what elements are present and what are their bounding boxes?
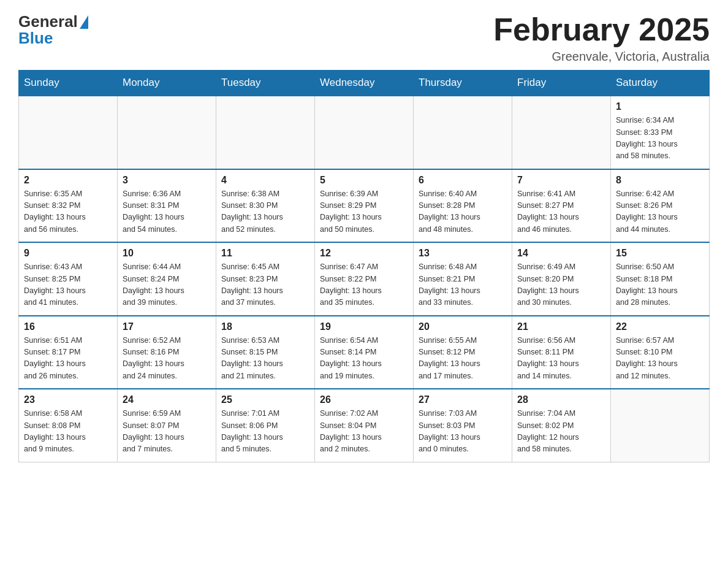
calendar-cell: 3Sunrise: 6:36 AMSunset: 8:31 PMDaylight… xyxy=(118,169,216,243)
day-info: Sunrise: 6:40 AMSunset: 8:28 PMDaylight:… xyxy=(419,188,507,236)
calendar-cell: 24Sunrise: 6:59 AMSunset: 8:07 PMDayligh… xyxy=(118,389,216,462)
day-number: 16 xyxy=(24,321,112,332)
calendar-cell: 28Sunrise: 7:04 AMSunset: 8:02 PMDayligh… xyxy=(512,389,611,462)
day-info: Sunrise: 6:49 AMSunset: 8:20 PMDaylight:… xyxy=(517,261,605,309)
day-number: 26 xyxy=(320,394,408,405)
calendar-cell: 15Sunrise: 6:50 AMSunset: 8:18 PMDayligh… xyxy=(611,242,710,316)
calendar-cell: 18Sunrise: 6:53 AMSunset: 8:15 PMDayligh… xyxy=(216,316,315,389)
day-number: 18 xyxy=(221,321,309,332)
calendar-cell: 20Sunrise: 6:55 AMSunset: 8:12 PMDayligh… xyxy=(414,316,512,389)
day-info: Sunrise: 6:51 AMSunset: 8:17 PMDaylight:… xyxy=(24,335,112,383)
day-number: 6 xyxy=(419,175,507,186)
calendar-cell: 17Sunrise: 6:52 AMSunset: 8:16 PMDayligh… xyxy=(118,316,216,389)
day-info: Sunrise: 6:39 AMSunset: 8:29 PMDaylight:… xyxy=(320,188,408,236)
calendar-week-row: 16Sunrise: 6:51 AMSunset: 8:17 PMDayligh… xyxy=(19,316,710,389)
calendar-cell: 21Sunrise: 6:56 AMSunset: 8:11 PMDayligh… xyxy=(512,316,611,389)
calendar-header-row: SundayMondayTuesdayWednesdayThursdayFrid… xyxy=(19,71,710,96)
calendar-cell: 22Sunrise: 6:57 AMSunset: 8:10 PMDayligh… xyxy=(611,316,710,389)
day-number: 25 xyxy=(221,394,309,405)
calendar-cell: 5Sunrise: 6:39 AMSunset: 8:29 PMDaylight… xyxy=(315,169,414,243)
logo-triangle-icon xyxy=(80,15,88,29)
calendar-week-row: 9Sunrise: 6:43 AMSunset: 8:25 PMDaylight… xyxy=(19,242,710,316)
calendar-cell xyxy=(512,96,611,169)
calendar-cell: 11Sunrise: 6:45 AMSunset: 8:23 PMDayligh… xyxy=(216,242,315,316)
weekday-header-tuesday: Tuesday xyxy=(216,71,315,96)
day-info: Sunrise: 7:01 AMSunset: 8:06 PMDaylight:… xyxy=(221,408,309,456)
day-info: Sunrise: 6:57 AMSunset: 8:10 PMDaylight:… xyxy=(616,335,704,383)
calendar-cell: 27Sunrise: 7:03 AMSunset: 8:03 PMDayligh… xyxy=(414,389,512,462)
calendar-cell: 6Sunrise: 6:40 AMSunset: 8:28 PMDaylight… xyxy=(414,169,512,243)
calendar-cell xyxy=(19,96,118,169)
weekday-header-wednesday: Wednesday xyxy=(315,71,414,96)
calendar-cell: 13Sunrise: 6:48 AMSunset: 8:21 PMDayligh… xyxy=(414,242,512,316)
calendar-cell: 23Sunrise: 6:58 AMSunset: 8:08 PMDayligh… xyxy=(19,389,118,462)
calendar-table: SundayMondayTuesdayWednesdayThursdayFrid… xyxy=(18,70,710,462)
month-title: February 2025 xyxy=(493,12,710,47)
day-info: Sunrise: 6:48 AMSunset: 8:21 PMDaylight:… xyxy=(419,261,507,309)
weekday-header-thursday: Thursday xyxy=(414,71,512,96)
calendar-cell xyxy=(414,96,512,169)
day-number: 17 xyxy=(123,321,211,332)
day-info: Sunrise: 6:35 AMSunset: 8:32 PMDaylight:… xyxy=(24,188,112,236)
day-info: Sunrise: 6:47 AMSunset: 8:22 PMDaylight:… xyxy=(320,261,408,309)
day-number: 4 xyxy=(221,175,309,186)
calendar-week-row: 2Sunrise: 6:35 AMSunset: 8:32 PMDaylight… xyxy=(19,169,710,243)
day-info: Sunrise: 6:36 AMSunset: 8:31 PMDaylight:… xyxy=(123,188,211,236)
calendar-cell: 9Sunrise: 6:43 AMSunset: 8:25 PMDaylight… xyxy=(19,242,118,316)
calendar-cell: 16Sunrise: 6:51 AMSunset: 8:17 PMDayligh… xyxy=(19,316,118,389)
day-number: 1 xyxy=(616,101,704,112)
calendar-cell: 19Sunrise: 6:54 AMSunset: 8:14 PMDayligh… xyxy=(315,316,414,389)
calendar-cell: 25Sunrise: 7:01 AMSunset: 8:06 PMDayligh… xyxy=(216,389,315,462)
day-info: Sunrise: 6:55 AMSunset: 8:12 PMDaylight:… xyxy=(419,335,507,383)
day-number: 14 xyxy=(517,248,605,259)
day-info: Sunrise: 6:52 AMSunset: 8:16 PMDaylight:… xyxy=(123,335,211,383)
day-info: Sunrise: 6:53 AMSunset: 8:15 PMDaylight:… xyxy=(221,335,309,383)
day-number: 24 xyxy=(123,394,211,405)
weekday-header-monday: Monday xyxy=(118,71,216,96)
calendar-cell xyxy=(611,389,710,462)
day-number: 8 xyxy=(616,175,704,186)
weekday-header-sunday: Sunday xyxy=(19,71,118,96)
day-info: Sunrise: 6:41 AMSunset: 8:27 PMDaylight:… xyxy=(517,188,605,236)
day-info: Sunrise: 6:54 AMSunset: 8:14 PMDaylight:… xyxy=(320,335,408,383)
calendar-cell: 10Sunrise: 6:44 AMSunset: 8:24 PMDayligh… xyxy=(118,242,216,316)
day-info: Sunrise: 7:02 AMSunset: 8:04 PMDaylight:… xyxy=(320,408,408,456)
day-number: 15 xyxy=(616,248,704,259)
day-info: Sunrise: 6:58 AMSunset: 8:08 PMDaylight:… xyxy=(24,408,112,456)
calendar-cell xyxy=(216,96,315,169)
calendar-cell xyxy=(118,96,216,169)
day-number: 11 xyxy=(221,248,309,259)
day-info: Sunrise: 7:04 AMSunset: 8:02 PMDaylight:… xyxy=(517,408,605,456)
calendar-cell: 4Sunrise: 6:38 AMSunset: 8:30 PMDaylight… xyxy=(216,169,315,243)
logo-blue-text: Blue xyxy=(18,29,53,48)
day-number: 20 xyxy=(419,321,507,332)
day-info: Sunrise: 6:50 AMSunset: 8:18 PMDaylight:… xyxy=(616,261,704,309)
day-info: Sunrise: 6:45 AMSunset: 8:23 PMDaylight:… xyxy=(221,261,309,309)
day-info: Sunrise: 7:03 AMSunset: 8:03 PMDaylight:… xyxy=(419,408,507,456)
day-info: Sunrise: 6:42 AMSunset: 8:26 PMDaylight:… xyxy=(616,188,704,236)
calendar-cell: 1Sunrise: 6:34 AMSunset: 8:33 PMDaylight… xyxy=(611,96,710,169)
day-number: 27 xyxy=(419,394,507,405)
day-number: 21 xyxy=(517,321,605,332)
calendar-cell: 7Sunrise: 6:41 AMSunset: 8:27 PMDaylight… xyxy=(512,169,611,243)
day-info: Sunrise: 6:59 AMSunset: 8:07 PMDaylight:… xyxy=(123,408,211,456)
title-block: February 2025 Greenvale, Victoria, Austr… xyxy=(493,12,710,64)
day-number: 12 xyxy=(320,248,408,259)
day-info: Sunrise: 6:34 AMSunset: 8:33 PMDaylight:… xyxy=(616,115,704,163)
calendar-cell: 8Sunrise: 6:42 AMSunset: 8:26 PMDaylight… xyxy=(611,169,710,243)
day-number: 19 xyxy=(320,321,408,332)
page-header: General Blue February 2025 Greenvale, Vi… xyxy=(18,12,710,64)
day-number: 28 xyxy=(517,394,605,405)
calendar-week-row: 23Sunrise: 6:58 AMSunset: 8:08 PMDayligh… xyxy=(19,389,710,462)
calendar-cell: 12Sunrise: 6:47 AMSunset: 8:22 PMDayligh… xyxy=(315,242,414,316)
day-info: Sunrise: 6:43 AMSunset: 8:25 PMDaylight:… xyxy=(24,261,112,309)
day-number: 2 xyxy=(24,175,112,186)
day-number: 22 xyxy=(616,321,704,332)
logo: General Blue xyxy=(18,12,88,48)
day-number: 5 xyxy=(320,175,408,186)
calendar-week-row: 1Sunrise: 6:34 AMSunset: 8:33 PMDaylight… xyxy=(19,96,710,169)
location: Greenvale, Victoria, Australia xyxy=(493,50,710,64)
day-info: Sunrise: 6:38 AMSunset: 8:30 PMDaylight:… xyxy=(221,188,309,236)
calendar-cell xyxy=(315,96,414,169)
calendar-cell: 2Sunrise: 6:35 AMSunset: 8:32 PMDaylight… xyxy=(19,169,118,243)
